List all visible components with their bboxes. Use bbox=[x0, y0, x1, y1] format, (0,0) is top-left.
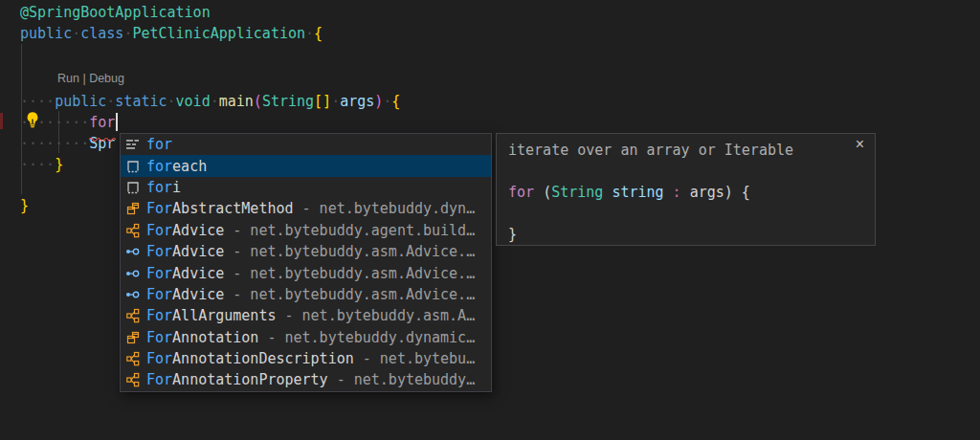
suggest-match-text: For bbox=[146, 307, 172, 324]
suggest-item-detail: - net.bytebuddy.asm.A… bbox=[276, 307, 488, 324]
code-token: · bbox=[383, 93, 391, 110]
code-token: · bbox=[331, 93, 340, 110]
suggest-rest-text: AnnotationDescription bbox=[172, 350, 354, 367]
code-token: : bbox=[673, 184, 681, 201]
suggest-item[interactable]: ForAdvice - net.bytebuddy.asm.Advice.… bbox=[121, 241, 491, 262]
code-token: { bbox=[314, 25, 323, 42]
suggest-match-text: For bbox=[146, 371, 172, 388]
close-icon[interactable]: × bbox=[856, 137, 864, 152]
reference-icon bbox=[125, 287, 141, 302]
error-squiggle bbox=[89, 127, 116, 133]
suggest-item-detail: - net.bytebuddy.agent.build… bbox=[224, 222, 488, 239]
suggest-item[interactable]: foreach bbox=[121, 155, 491, 176]
code-token: PetClinicApplication bbox=[132, 25, 305, 42]
code-line[interactable]: for (String string : args) { bbox=[508, 182, 750, 203]
code-token: args bbox=[690, 184, 724, 201]
code-line[interactable]: @SpringBootApplication bbox=[20, 2, 211, 23]
code-token: public bbox=[55, 93, 106, 110]
code-token: void bbox=[176, 93, 211, 110]
enum-icon bbox=[125, 223, 141, 238]
suggest-match-text: For bbox=[146, 265, 172, 282]
suggest-item-detail: - net.bytebuddy.asm.Advice.… bbox=[224, 286, 488, 303]
suggest-rest-text: Advice bbox=[172, 222, 224, 239]
code-token: main bbox=[219, 93, 254, 110]
code-line[interactable]: ····} bbox=[20, 154, 63, 175]
suggest-item[interactable]: ForAbstractMethod - net.bytebuddy.dyn… bbox=[121, 198, 491, 219]
gutter-error-marker bbox=[0, 113, 3, 129]
suggest-item[interactable]: ForAdvice - net.bytebuddy.agent.build… bbox=[121, 220, 491, 241]
suggest-item-detail: - net.bytebuddy.dyn… bbox=[294, 200, 488, 217]
code-token bbox=[733, 184, 742, 201]
code-token: string bbox=[612, 184, 663, 201]
class-icon bbox=[125, 201, 141, 216]
code-token bbox=[681, 184, 690, 201]
code-token: { bbox=[742, 184, 750, 201]
code-line[interactable]: } bbox=[20, 195, 29, 216]
suggest-item[interactable]: ForAdvice - net.bytebuddy.asm.Advice.… bbox=[121, 262, 491, 283]
suggest-item-detail: - net.bytebuddy.asm.Advice.… bbox=[224, 243, 488, 260]
suggest-item[interactable]: ForAnnotationDescription - net.bytebu… bbox=[121, 348, 491, 369]
suggest-match-text: for bbox=[146, 179, 172, 196]
suggest-item[interactable]: ForAdvice - net.bytebuddy.asm.Advice.… bbox=[121, 284, 491, 305]
code-token: String bbox=[551, 184, 603, 201]
code-token: ) bbox=[724, 184, 733, 201]
code-token: { bbox=[391, 93, 400, 110]
code-token: } bbox=[20, 197, 29, 214]
code-line[interactable]: public·class·PetClinicApplication·{ bbox=[20, 23, 323, 44]
suggest-item[interactable]: ForAnnotationProperty - net.bytebuddy… bbox=[121, 369, 491, 390]
code-line[interactable]: ····public·static·void·main(String[]·arg… bbox=[20, 91, 400, 112]
suggest-rest-text: Advice bbox=[172, 286, 224, 303]
code-token: ( bbox=[543, 184, 551, 201]
suggest-rest-text: Advice bbox=[172, 265, 224, 282]
codelens-debug-link[interactable]: Debug bbox=[89, 72, 124, 85]
code-token: ) bbox=[374, 93, 383, 110]
suggest-rest-text: AnnotationProperty bbox=[172, 371, 328, 388]
suggest-item-label: ForAnnotation bbox=[146, 329, 258, 346]
code-token: class bbox=[80, 25, 123, 42]
suggest-item-label: foreach bbox=[146, 158, 207, 175]
suggest-item-detail: - net.bytebuddy.dynamic… bbox=[258, 329, 488, 346]
suggest-rest-text: Annotation bbox=[172, 329, 258, 346]
suggest-item-label: ForAnnotationProperty bbox=[146, 371, 328, 388]
enum-icon bbox=[125, 372, 141, 387]
suggest-match-text: for bbox=[146, 136, 172, 153]
suggest-match-text: For bbox=[146, 200, 172, 217]
codelens-run-link[interactable]: Run bbox=[57, 72, 79, 85]
class-icon bbox=[125, 330, 141, 345]
code-token: · bbox=[167, 93, 176, 110]
suggest-docs-panel: iterate over an array or Iterable for (S… bbox=[496, 133, 876, 246]
code-token: String bbox=[262, 93, 314, 110]
suggest-rest-text: Advice bbox=[172, 243, 224, 260]
code-token: args bbox=[340, 93, 374, 110]
snippet-icon bbox=[125, 159, 141, 174]
suggest-match-text: For bbox=[146, 329, 172, 346]
suggest-match-text: for bbox=[146, 158, 172, 175]
lightbulb-icon[interactable] bbox=[24, 111, 41, 128]
suggest-rest-text: AbstractMethod bbox=[172, 200, 293, 217]
suggest-item-label: for bbox=[146, 136, 172, 153]
suggest-match-text: For bbox=[146, 243, 172, 260]
enum-icon bbox=[125, 351, 141, 366]
code-token: · bbox=[211, 93, 219, 110]
suggest-item[interactable]: ForAllArguments - net.bytebuddy.asm.A… bbox=[121, 305, 491, 326]
text-cursor bbox=[116, 113, 118, 131]
code-token: } bbox=[508, 226, 517, 243]
suggest-item-detail: - net.bytebuddy… bbox=[328, 371, 488, 388]
code-token: static bbox=[115, 93, 167, 110]
code-line[interactable]: } bbox=[508, 224, 517, 245]
code-token: · bbox=[305, 25, 314, 42]
suggest-item[interactable]: fori bbox=[121, 177, 491, 198]
suggest-widget: forforeachforiForAbstractMethod - net.by… bbox=[120, 133, 492, 392]
suggest-item[interactable]: ForAnnotation - net.bytebuddy.dynamic… bbox=[121, 327, 491, 348]
suggest-match-text: For bbox=[146, 222, 172, 239]
suggest-item[interactable]: for bbox=[121, 134, 491, 155]
editor[interactable]: @SpringBootApplicationpublic·class·PetCl… bbox=[0, 0, 980, 440]
code-token: for bbox=[508, 184, 534, 201]
codelens-separator: | bbox=[79, 72, 89, 85]
code-token: · bbox=[106, 93, 115, 110]
enum-icon bbox=[125, 308, 141, 323]
suggest-item-label: ForAdvice bbox=[146, 222, 224, 239]
suggest-item-label: ForAllArguments bbox=[146, 307, 276, 324]
suggest-item-label: ForAdvice bbox=[146, 243, 224, 260]
suggest-item-detail: - net.bytebu… bbox=[354, 350, 488, 367]
